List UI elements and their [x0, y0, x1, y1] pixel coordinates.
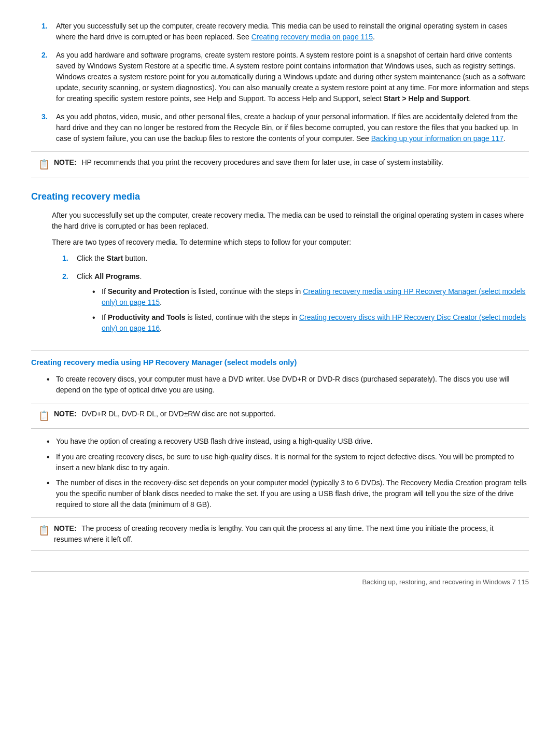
- bullet-productivity-content: If Productivity and Tools is listed, con…: [102, 312, 529, 334]
- note-1-label: NOTE:: [54, 158, 77, 166]
- link-backing-up-117[interactable]: Backing up your information on page 117: [371, 134, 503, 143]
- hp-bullet-3-content: If you are creating recovery discs, be s…: [56, 452, 529, 473]
- note-box-1: 📋 NOTE: HP recommends that you print the…: [31, 151, 529, 177]
- intro-list-item-2: 2. As you add hardware and software prog…: [31, 50, 529, 104]
- creating-step-1-content: Click the Start button.: [77, 253, 529, 264]
- creating-using-hp-section: Creating recovery media using HP Recover…: [31, 350, 529, 551]
- bullet-security-content: If Security and Protection is listed, co…: [102, 286, 529, 308]
- hp-bullet-4: The number of discs in the recovery-disc…: [47, 477, 529, 510]
- note-2-body: DVD+R DL, DVD-R DL, or DVD±RW disc are n…: [81, 410, 275, 418]
- creating-using-hp-title: Creating recovery media using HP Recover…: [31, 350, 529, 369]
- bullet-productivity: If Productivity and Tools is listed, con…: [92, 312, 529, 334]
- list-num-3: 3.: [41, 111, 56, 144]
- note-2-label: NOTE:: [54, 410, 77, 418]
- creating-step-2: 2. Click All Programs. If Security and P…: [52, 271, 529, 338]
- note-box-2: 📋 NOTE: DVD+R DL, DVD-R DL, or DVD±RW di…: [31, 403, 529, 429]
- bold-all-programs: All Programs: [94, 272, 139, 280]
- bold-start-help: Start > Help and Support: [384, 94, 469, 103]
- note-icon-2: 📋: [38, 409, 50, 423]
- intro-item-3-content: As you add photos, video, music, and oth…: [56, 111, 529, 144]
- bold-start: Start: [107, 254, 123, 262]
- creating-steps-list: 1. Click the Start button. 2. Click All …: [52, 253, 529, 338]
- note-box-3: 📋 NOTE: The process of creating recovery…: [31, 517, 529, 551]
- creating-step-num-2: 2.: [62, 271, 77, 338]
- list-num-1: 1.: [41, 21, 56, 43]
- note-icon-3: 📋: [38, 524, 50, 538]
- footer-text: Backing up, restoring, and recovering in…: [362, 578, 529, 586]
- creating-bullet-list: If Security and Protection is listed, co…: [92, 286, 529, 334]
- creating-step-num-1: 1.: [62, 253, 77, 264]
- hp-bullet-1-content: To create recovery discs, your computer …: [56, 374, 529, 396]
- intro-list-item-1: 1. After you successfully set up the com…: [31, 21, 529, 43]
- hp-bullet-2-content: You have the option of creating a recove…: [56, 436, 529, 447]
- creating-para-1: After you successfully set up the comput…: [52, 210, 529, 232]
- note-3-body: The process of creating recovery media i…: [54, 524, 494, 543]
- creating-recovery-media-section: Creating recovery media After you succes…: [31, 190, 529, 338]
- intro-numbered-list: 1. After you successfully set up the com…: [31, 21, 529, 144]
- bold-security: Security and Protection: [108, 287, 189, 296]
- hp-bullet-3: If you are creating recovery discs, be s…: [47, 452, 529, 473]
- note-3-text: NOTE: The process of creating recovery m…: [54, 523, 522, 545]
- note-icon-1: 📋: [38, 158, 50, 172]
- intro-list-item-3: 3. As you add photos, video, music, and …: [31, 111, 529, 144]
- hp-bullet-4-content: The number of discs in the recovery-disc…: [56, 477, 529, 510]
- hp-bullet-list-2: You have the option of creating a recove…: [47, 436, 529, 510]
- creating-recovery-media-title: Creating recovery media: [31, 190, 529, 204]
- intro-item-1-content: After you successfully set up the comput…: [56, 21, 529, 43]
- link-creating-recovery-media-115[interactable]: Creating recovery media on page 115: [251, 33, 373, 41]
- creating-recovery-media-body: After you successfully set up the comput…: [31, 210, 529, 338]
- bold-productivity: Productivity and Tools: [108, 313, 186, 321]
- bullet-security: If Security and Protection is listed, co…: [92, 286, 529, 308]
- hp-bullet-1: To create recovery discs, your computer …: [47, 374, 529, 396]
- hp-bullet-list-1: To create recovery discs, your computer …: [47, 374, 529, 396]
- creating-para-2: There are two types of recovery media. T…: [52, 237, 529, 248]
- intro-item-2-content: As you add hardware and software program…: [56, 50, 529, 104]
- note-1-body: HP recommends that you print the recover…: [81, 158, 443, 166]
- list-num-2: 2.: [41, 50, 56, 104]
- note-1-text: NOTE: HP recommends that you print the r…: [54, 157, 443, 168]
- note-3-label: NOTE:: [54, 524, 77, 532]
- creating-step-1: 1. Click the Start button.: [52, 253, 529, 264]
- page-footer: Backing up, restoring, and recovering in…: [31, 571, 529, 587]
- creating-step-2-content: Click All Programs. If Security and Prot…: [77, 271, 529, 338]
- hp-bullet-2: You have the option of creating a recove…: [47, 436, 529, 447]
- note-2-text: NOTE: DVD+R DL, DVD-R DL, or DVD±RW disc…: [54, 409, 276, 419]
